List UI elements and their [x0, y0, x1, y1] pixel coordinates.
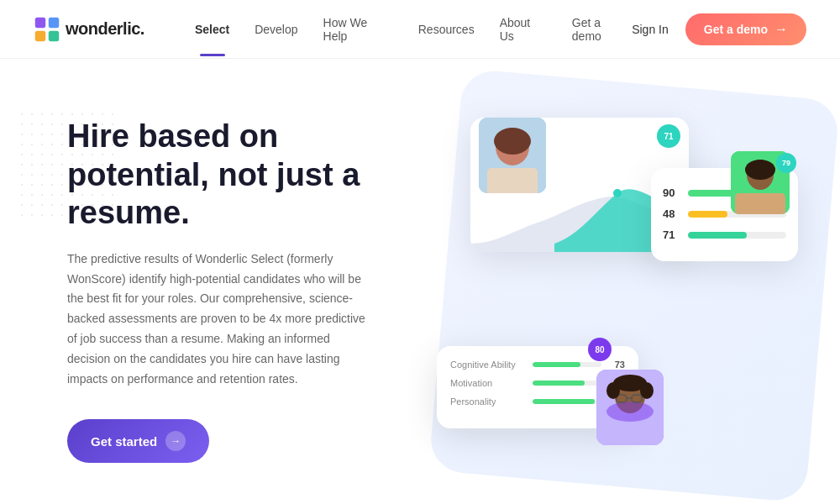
nav-select[interactable]: Select: [195, 23, 229, 36]
hero-illustration: 71 79: [420, 101, 806, 470]
svg-rect-2: [35, 30, 45, 40]
nav-develop[interactable]: Develop: [255, 23, 297, 36]
hero-left: Hire based on potential, not just a resu…: [67, 101, 420, 463]
get-started-button[interactable]: Get started →: [67, 419, 209, 463]
assess-bar-motivation: [533, 381, 585, 386]
nav-resources[interactable]: Resources: [418, 23, 475, 36]
navbar: wonderlic. Select Develop How We Help Re…: [0, 0, 840, 59]
logo[interactable]: wonderlic.: [34, 16, 144, 43]
svg-point-11: [745, 160, 775, 180]
nav-get-demo[interactable]: Get a demo: [572, 16, 632, 43]
arrow-icon: →: [774, 22, 788, 37]
card-scores: 79 90 48 71: [651, 168, 798, 261]
score-bar-container-71: [688, 232, 786, 239]
arrow-circle-icon: →: [165, 431, 186, 451]
avatar-woman: [479, 118, 546, 193]
hero-title: Hire based on potential, not just a resu…: [67, 118, 420, 233]
svg-point-21: [613, 375, 647, 391]
svg-rect-12: [735, 193, 785, 214]
score-badge-71: 71: [657, 124, 680, 148]
score-bar-48: [688, 211, 727, 218]
svg-point-8: [613, 189, 622, 197]
svg-point-6: [494, 128, 531, 155]
svg-rect-0: [35, 17, 45, 27]
score-badge-80: 80: [588, 338, 612, 361]
assess-label-motivation: Motivation: [450, 378, 526, 388]
nav-how-we-help[interactable]: How We Help: [323, 16, 393, 43]
hero-section: Hire based on potential, not just a resu…: [0, 59, 840, 504]
svg-point-15: [606, 402, 654, 422]
assess-label-cognitive: Cognitive Ability: [450, 360, 526, 370]
assess-bar-container-personality: [533, 399, 601, 404]
avatar-bottom-woman: [596, 370, 664, 445]
woman-avatar-svg: [479, 118, 546, 193]
assess-bar-personality: [533, 399, 595, 404]
bottom-woman-svg: [596, 370, 664, 445]
svg-rect-3: [49, 30, 59, 40]
score-badge-79: 79: [776, 153, 796, 173]
score-bar-71: [688, 232, 747, 239]
assess-bar-cognitive: [533, 362, 580, 367]
assess-bar-container-cognitive: [533, 362, 601, 367]
nav-links: Select Develop How We Help Resources Abo…: [195, 16, 632, 43]
svg-rect-1: [49, 17, 59, 27]
logo-text: wonderlic.: [66, 19, 144, 39]
assess-label-personality: Personality: [450, 396, 526, 407]
score-num-48: 48: [663, 207, 681, 220]
sign-in-link[interactable]: Sign In: [632, 23, 669, 36]
logo-icon: [34, 16, 60, 43]
hero-description: The predictive results of Wonderlic Sele…: [67, 249, 370, 390]
score-num-71: 71: [663, 228, 681, 241]
nav-right: Sign In Get a demo →: [632, 13, 806, 45]
assess-score-cognitive: 73: [608, 360, 625, 370]
assess-bar-container-motivation: [533, 381, 601, 386]
nav-about-us[interactable]: About Us: [500, 16, 547, 43]
score-num-90: 90: [663, 186, 681, 199]
get-demo-button[interactable]: Get a demo →: [685, 13, 806, 45]
score-row-71: 71: [663, 228, 786, 241]
svg-rect-7: [487, 168, 538, 193]
